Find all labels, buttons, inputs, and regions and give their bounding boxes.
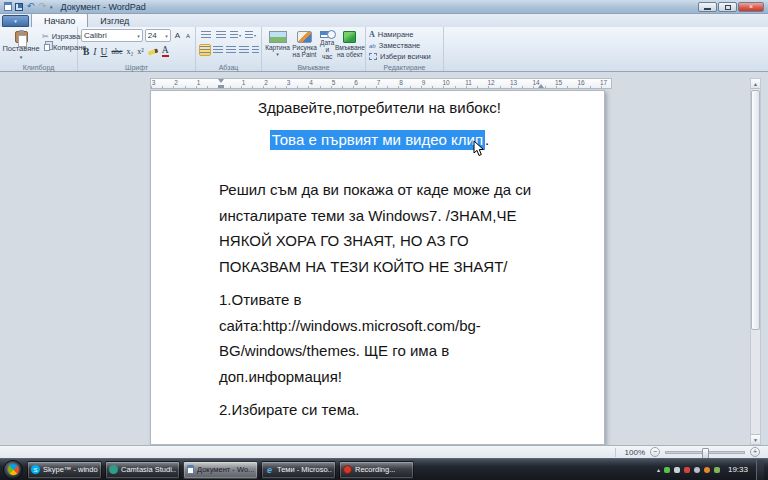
close-button[interactable]: × [738, 2, 764, 12]
taskbar: S Skype™ - windo... Camtasia Studi... До… [0, 458, 768, 480]
font-family-combobox[interactable]: Calibri ▾ [81, 29, 143, 42]
taskbar-button-label: Skype™ - windo... [43, 465, 98, 474]
taskbar-button-skype[interactable]: S Skype™ - windo... [27, 461, 102, 479]
tab-home[interactable]: Начало [31, 13, 88, 27]
show-desktop-button[interactable] [756, 460, 764, 480]
decrease-indent-button[interactable] [199, 29, 212, 41]
align-right-icon [226, 46, 236, 54]
document-page[interactable]: Здравейте,потребители на вибокс! Това е … [150, 90, 605, 445]
superscript-button[interactable]: x² [137, 47, 143, 56]
subscript-button[interactable]: x₂ [127, 47, 134, 56]
font-color-button[interactable]: A [162, 46, 169, 57]
document-selected-line: Това е първият ми видео клип. [219, 129, 540, 151]
scrollbar-thumb[interactable] [751, 90, 760, 330]
paste-button[interactable]: Поставяне ▾ [3, 29, 39, 61]
ruler-number: 5 [332, 79, 336, 86]
scroll-up-icon[interactable]: ▲ [751, 79, 760, 89]
paint-drawing-label: Рисунка на Paint [292, 44, 317, 58]
internet-explorer-icon: e [265, 465, 274, 474]
insert-picture-button[interactable]: Картина ▾ [265, 29, 290, 61]
show-hidden-icons-button[interactable]: ▴ [657, 466, 660, 473]
ribbon: Поставяне ▾ ✂ Изрязване Копиране Клипбор… [0, 27, 768, 72]
network-icon[interactable] [714, 467, 720, 473]
qat-customize-chevron-icon[interactable]: ▾ [50, 4, 53, 10]
tray-app-icon[interactable] [684, 467, 690, 473]
paint-drawing-icon [297, 31, 312, 43]
replace-button[interactable]: ab Заместване [369, 41, 440, 50]
align-center-icon [213, 46, 223, 54]
clipboard-icon [15, 31, 28, 43]
shrink-font-button[interactable]: A [184, 33, 192, 39]
mouse-cursor [473, 141, 485, 157]
insert-paint-drawing-button[interactable]: Рисунка на Paint [292, 29, 317, 61]
ruler-number: 9 [422, 79, 426, 86]
taskbar-clock[interactable]: 19:33 [728, 465, 748, 474]
ruler-number: 2 [264, 79, 268, 86]
start-button[interactable] [3, 460, 23, 480]
insert-date-time-button[interactable]: Дата и час [319, 29, 335, 61]
hanging-indent-marker[interactable] [218, 85, 224, 88]
taskbar-button-internet-explorer[interactable]: e Теми - Microso... [261, 461, 336, 479]
scissors-icon: ✂ [42, 32, 49, 41]
skype-icon: S [31, 465, 40, 474]
recording-icon [343, 465, 352, 474]
zoom-level: 100% [625, 448, 645, 457]
tab-view[interactable]: Изглед [88, 14, 141, 27]
strikethrough-button[interactable]: abc [111, 47, 122, 56]
italic-button[interactable]: I [93, 47, 96, 57]
align-left-button[interactable] [199, 44, 211, 56]
application-menu-button[interactable]: ▾ [2, 15, 29, 27]
zoom-slider-thumb[interactable] [702, 448, 709, 459]
line-spacing-button[interactable]: ▾ [244, 29, 257, 41]
grow-font-button[interactable]: A [173, 31, 182, 40]
minimize-button[interactable] [698, 2, 717, 12]
selected-text: Това е първият ми видео клип [270, 130, 485, 150]
ruler-number: 1 [242, 79, 246, 86]
chevron-down-icon: ▾ [165, 33, 168, 39]
document-heading: Здравейте,потребители на вибокс! [219, 97, 540, 119]
increase-indent-icon [216, 31, 226, 39]
zoom-slider[interactable] [665, 451, 745, 454]
taskbar-button-recording[interactable]: Recording... [339, 461, 414, 479]
zoom-in-button[interactable]: + [750, 447, 760, 457]
bold-button[interactable]: B [83, 47, 89, 57]
undo-icon[interactable]: ↶ [26, 2, 35, 11]
taskbar-button-wordpad[interactable]: Документ - Wo... [183, 461, 258, 479]
underline-button[interactable]: U [101, 47, 108, 57]
tray-antivirus-icon[interactable] [664, 467, 670, 473]
font-size-combobox[interactable]: 24 ▾ [145, 29, 171, 42]
ruler-number: 14 [532, 79, 539, 86]
tray-recorder-icon[interactable] [704, 467, 710, 473]
minimize-icon [704, 8, 711, 10]
restore-button[interactable] [718, 2, 737, 12]
select-all-button[interactable]: Избери всички [369, 52, 440, 61]
insert-object-button[interactable]: Вмъкване на обект [337, 29, 362, 61]
tray-display-icon[interactable] [674, 467, 680, 473]
paste-chevron-icon: ▾ [20, 54, 23, 60]
redo-icon[interactable]: ↷ [38, 2, 47, 11]
wordpad-app-icon[interactable] [4, 2, 12, 11]
highlight-color-icon[interactable] [147, 48, 158, 55]
paragraph-dialog-button[interactable] [251, 44, 260, 56]
select-all-icon [369, 53, 377, 60]
picture-icon [269, 31, 287, 43]
justify-button[interactable] [238, 44, 250, 56]
find-button[interactable]: A Намиране [369, 30, 440, 39]
first-line-indent-marker[interactable] [218, 79, 224, 83]
align-center-button[interactable] [212, 44, 224, 56]
ruler-number: 7 [377, 79, 381, 86]
save-icon[interactable] [15, 3, 23, 11]
select-all-label: Избери всички [380, 52, 431, 61]
vertical-scrollbar[interactable]: ▲ ▼ [750, 78, 761, 445]
volume-icon[interactable] [694, 467, 700, 473]
scroll-down-icon[interactable]: ▼ [751, 434, 760, 444]
increase-indent-button[interactable] [214, 29, 227, 41]
line-spacing-icon [245, 31, 253, 39]
window-controls: × [698, 2, 768, 12]
font-size-value: 24 [148, 31, 157, 40]
taskbar-button-camtasia[interactable]: Camtasia Studi... [105, 461, 180, 479]
zoom-out-button[interactable]: − [650, 447, 660, 457]
ruler-number: 3 [287, 79, 291, 86]
align-right-button[interactable] [225, 44, 237, 56]
list-button[interactable]: ▾ [229, 29, 242, 41]
